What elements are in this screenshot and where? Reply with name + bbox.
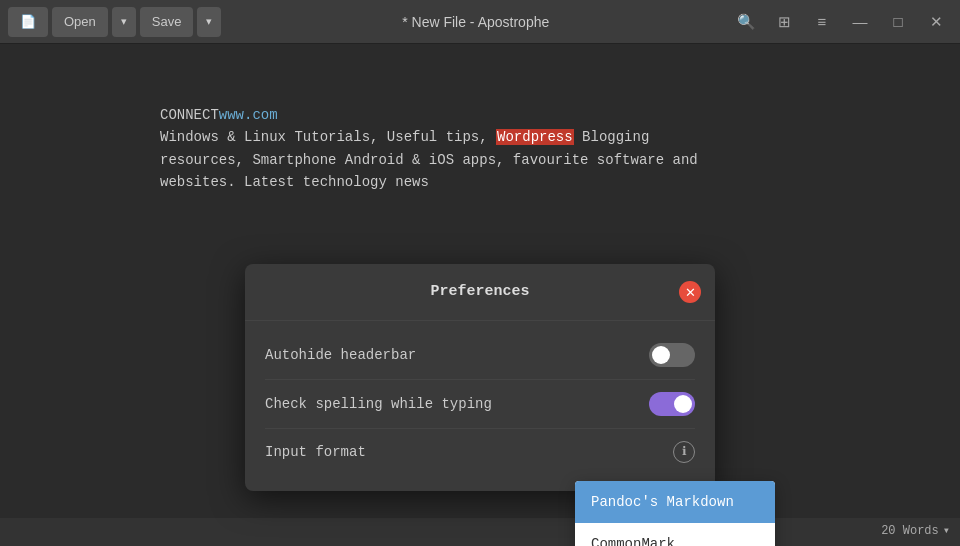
dropdown-option-pandoc[interactable]: Pandoc's Markdown (575, 481, 775, 523)
editor-content: CONNECTwww.com Windows & Linux Tutorials… (160, 104, 800, 194)
pref-row-format: Input format ℹ Pandoc's Markdown CommonM… (265, 429, 695, 475)
editor-line2: Windows & Linux Tutorials, Useful tips, (160, 129, 496, 145)
preferences-dialog: Preferences ✕ Autohide headerbar Check s… (245, 264, 715, 491)
editor-line1-prefix: CONNECT (160, 107, 219, 123)
open-dropdown-button[interactable]: ▾ (112, 7, 136, 37)
window-title: * New File - Apostrophe (225, 14, 726, 30)
close-button[interactable]: ✕ (920, 7, 952, 37)
spelling-toggle-knob (674, 395, 692, 413)
editor-line2-suffix: Blogging (574, 129, 650, 145)
editor-line4: websites. Latest technology news (160, 171, 800, 193)
format-right: ℹ (673, 441, 695, 463)
format-label: Input format (265, 441, 366, 463)
spelling-label: Check spelling while typing (265, 393, 492, 415)
word-count[interactable]: 20 Words ▾ (881, 522, 950, 541)
spelling-right (649, 392, 695, 416)
layout-button[interactable]: ⊞ (768, 7, 800, 37)
autohide-label: Autohide headerbar (265, 344, 416, 366)
pref-row-autohide: Autohide headerbar (265, 331, 695, 380)
new-file-button[interactable]: 📄 (8, 7, 48, 37)
save-dropdown-button[interactable]: ▾ (197, 7, 221, 37)
dropdown-option-commonmark[interactable]: CommonMark (575, 523, 775, 546)
editor-highlight: Wordpress (496, 129, 574, 145)
statusbar: 20 Words ▾ (0, 518, 960, 546)
menu-button[interactable]: ≡ (806, 7, 838, 37)
maximize-button[interactable]: □ (882, 7, 914, 37)
editor-area[interactable]: CONNECTwww.com Windows & Linux Tutorials… (0, 44, 960, 546)
titlebar: 📄 Open ▾ Save ▾ * New File - Apostrophe … (0, 0, 960, 44)
autohide-toggle-knob (652, 346, 670, 364)
info-icon[interactable]: ℹ (673, 441, 695, 463)
pref-row-spelling: Check spelling while typing (265, 380, 695, 429)
minimize-button[interactable]: — (844, 7, 876, 37)
dialog-close-button[interactable]: ✕ (679, 281, 701, 303)
titlebar-icons: 🔍 ⊞ ≡ — □ ✕ (730, 7, 952, 37)
save-button[interactable]: Save (140, 7, 194, 37)
open-button[interactable]: Open (52, 7, 108, 37)
spelling-toggle[interactable] (649, 392, 695, 416)
dialog-header: Preferences ✕ (245, 264, 715, 321)
autohide-toggle[interactable] (649, 343, 695, 367)
dialog-body: Autohide headerbar Check spelling while … (245, 321, 715, 491)
new-file-icon: 📄 (20, 14, 36, 29)
editor-line3: resources, Smartphone Android & iOS apps… (160, 149, 800, 171)
dialog-title: Preferences (430, 280, 529, 304)
format-dropdown-popup: Pandoc's Markdown CommonMark GitHub Flav… (575, 481, 775, 546)
autohide-right (649, 343, 695, 367)
word-count-label: 20 Words (881, 522, 939, 541)
word-count-chevron: ▾ (943, 522, 950, 541)
editor-line1-url: www.com (219, 107, 278, 123)
search-button[interactable]: 🔍 (730, 7, 762, 37)
